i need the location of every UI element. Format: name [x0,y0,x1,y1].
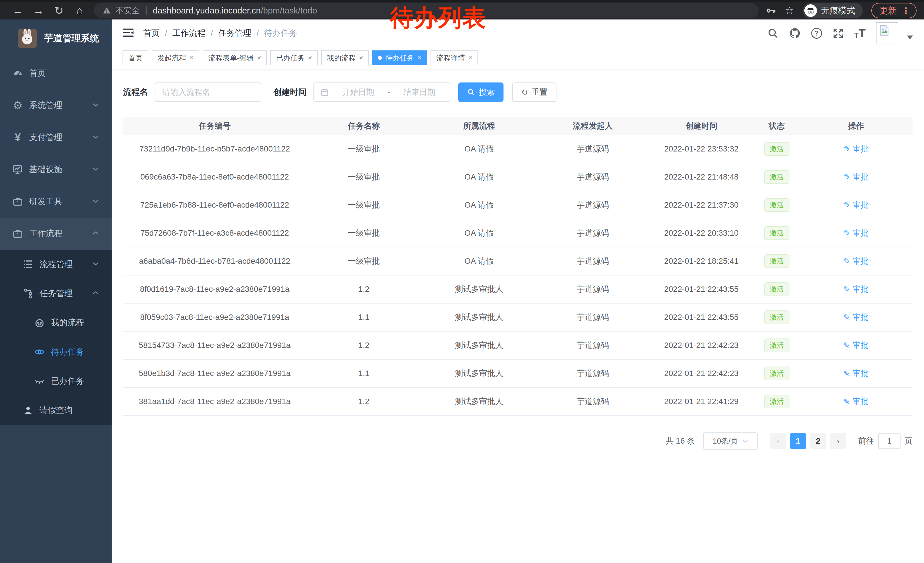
process-cell: OA 请假 [422,200,537,210]
process-cell: 测试多审批人 [422,396,537,407]
tab-close-icon[interactable]: × [468,54,472,62]
prev-page-button[interactable]: ‹ [770,433,786,449]
font-size-icon[interactable]: TT [854,27,866,39]
incognito-label: 无痕模式 [821,5,855,17]
chevron-down-icon [92,262,99,267]
starter-cell: 芋道源码 [537,312,649,323]
tab-close-icon[interactable]: × [189,54,194,62]
header-search-icon[interactable] [767,27,778,39]
eye-closed-icon [33,375,46,387]
sidebar: 芋道管理系统 首页 ⚙ 系统管理 ¥ 支付管理 基础设施 [0,20,112,563]
status-badge: 激活 [764,311,789,324]
approve-link[interactable]: ✎审批 [844,171,868,182]
password-key-icon[interactable] [765,5,776,16]
created-time-cell: 2022-01-22 18:25:41 [649,257,754,266]
browser-menu-icon[interactable]: ⋮ [902,6,910,16]
tab[interactable]: 首页 [123,50,148,65]
page-button-1[interactable]: 1 [790,433,806,449]
tab-label: 待办任务 [385,53,414,63]
approve-link[interactable]: ✎审批 [844,340,868,351]
task-name-cell: 1.1 [306,313,422,322]
status-badge: 激活 [764,142,789,156]
task-name-cell: 1.2 [306,341,422,350]
calendar-icon [320,88,329,96]
process-cell: 测试多审批人 [422,340,537,351]
approve-link[interactable]: ✎审批 [844,144,868,155]
column-header-starter: 流程发起人 [537,120,649,131]
next-page-button[interactable]: › [830,433,846,449]
tab-label: 我的流程 [327,53,356,63]
app-logo-row[interactable]: 芋道管理系统 [0,24,112,53]
status-badge: 激活 [764,282,789,296]
goto-page-input[interactable] [878,433,900,449]
breadcrumb-item[interactable]: 工作流程 [172,27,206,39]
fullscreen-icon[interactable] [832,27,844,39]
tab[interactable]: 流程表单-编辑 × [202,50,267,65]
process-cell: OA 请假 [422,144,537,155]
avatar-dropdown-caret[interactable] [907,36,913,39]
bookmark-star-icon[interactable]: ☆ [785,5,794,17]
avatar[interactable] [876,22,898,44]
approve-label: 审批 [852,171,868,182]
tab[interactable]: 待办任务 × [372,50,427,65]
sidebar-item-home[interactable]: 首页 [0,57,112,89]
task-table: 任务编号 任务名称 所属流程 流程发起人 创建时间 状态 操作 73211d9d… [123,117,912,416]
task-id-cell: 8f0d1619-7ac8-11ec-a9e2-a2380e71991a [123,285,306,294]
created-time-cell: 2022-01-21 22:43:55 [649,313,754,322]
chevron-down-icon [92,135,99,140]
search-button[interactable]: 搜索 [458,83,504,102]
sidebar-item-done-tasks[interactable]: 已办任务 [0,366,112,396]
tab[interactable]: 已办任务 × [270,50,318,65]
breadcrumb-item[interactable]: 任务管理 [218,27,251,39]
github-icon[interactable] [789,27,801,39]
sidebar-item-infrastructure[interactable]: 基础设施 [0,153,112,186]
tab[interactable]: 发起流程 × [152,50,199,65]
approve-link[interactable]: ✎审批 [844,228,868,239]
browser-home-icon[interactable]: ⌂ [69,5,90,17]
browser-update-button[interactable]: 更新 ⋮ [872,3,916,18]
approve-link[interactable]: ✎审批 [844,200,868,210]
browser-back-icon[interactable]: ← [8,5,28,17]
tab-close-icon[interactable]: × [359,54,363,62]
edit-icon: ✎ [844,228,850,238]
sidebar-item-payment[interactable]: ¥ 支付管理 [0,122,112,153]
approve-link[interactable]: ✎审批 [844,368,868,379]
sidebar-item-process-management[interactable]: 流程管理 [0,250,112,279]
start-date-placeholder: 开始日期 [334,87,382,98]
browser-reload-icon[interactable]: ↻ [49,4,69,17]
process-name-input[interactable] [155,83,261,102]
sidebar-item-my-process[interactable]: 我的流程 [0,308,112,337]
page-header: 首页/ 工作流程/ 任务管理/ 待办任务 ? TT [112,20,924,47]
end-date-placeholder: 结束日期 [395,87,443,98]
sidebar-item-todo-tasks[interactable]: 待办任务 [0,337,112,366]
briefcase-icon [12,196,24,207]
approve-link[interactable]: ✎审批 [844,396,868,407]
approve-link[interactable]: ✎审批 [844,256,868,267]
sidebar-item-leave-query[interactable]: 请假查询 [0,396,112,425]
sidebar-item-workflow[interactable]: 工作流程 [0,218,112,250]
reset-button[interactable]: ↻ 重置 [512,83,556,102]
breadcrumb-item[interactable]: 首页 [143,27,160,39]
sidebar-item-devtools[interactable]: 研发工具 [0,186,112,218]
browser-forward-icon[interactable]: → [28,5,49,17]
column-header-created: 创建时间 [649,120,754,131]
tab[interactable]: 流程详情 × [430,50,478,65]
created-time-cell: 2022-01-22 23:53:32 [649,144,754,153]
tab[interactable]: 我的流程 × [321,50,369,65]
process-cell: OA 请假 [422,228,537,239]
date-range-picker[interactable]: 开始日期 - 结束日期 [314,83,450,102]
help-icon[interactable]: ? [811,28,822,39]
page-button-2[interactable]: 2 [810,433,826,449]
page-size-select[interactable]: 10条/页 [703,432,758,450]
approve-link[interactable]: ✎审批 [844,312,868,323]
edit-icon: ✎ [844,173,850,182]
tab-close-icon[interactable]: × [417,54,422,62]
sidebar-collapse-icon[interactable] [123,27,134,39]
edit-icon: ✎ [844,313,850,322]
sidebar-item-task-management[interactable]: 任务管理 [0,279,112,308]
tab-close-icon[interactable]: × [257,54,261,62]
tab-close-icon[interactable]: × [308,54,312,62]
sidebar-item-system[interactable]: ⚙ 系统管理 [0,89,112,122]
approve-link[interactable]: ✎审批 [844,284,868,295]
created-time-cell: 2022-01-21 22:43:55 [649,285,754,294]
